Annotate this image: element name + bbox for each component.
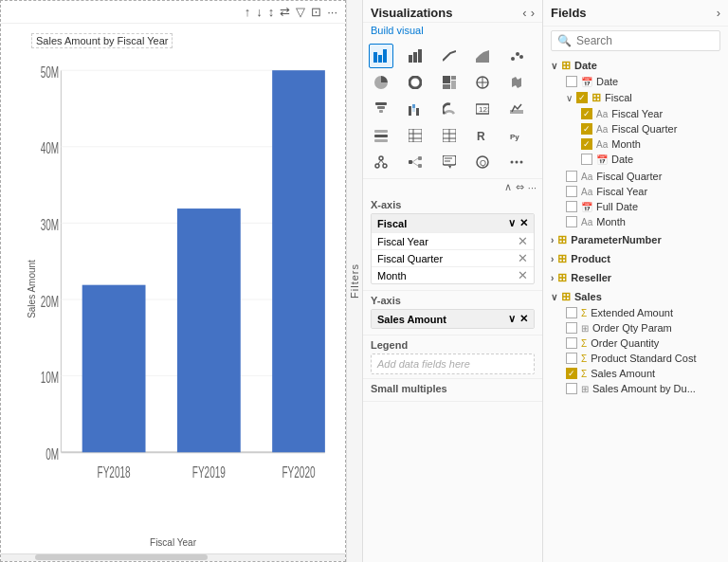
- viz-collapse-left-icon[interactable]: ‹: [522, 6, 526, 20]
- line-chart-icon[interactable]: [437, 44, 462, 68]
- field-checkbox-full-date[interactable]: [566, 201, 577, 212]
- xaxis-field-header[interactable]: Fiscal ∨ ✕: [372, 214, 534, 232]
- yaxis-clear-icon[interactable]: ✕: [519, 313, 528, 325]
- fiscal-subgroup-header[interactable]: ∨ ⊞ Fiscal: [562, 89, 724, 106]
- field-checkbox-date-sub[interactable]: [581, 154, 592, 165]
- filter-icon[interactable]: ▽: [296, 5, 305, 19]
- filled-map-icon[interactable]: [504, 70, 529, 95]
- field-checkbox-fiscal-year[interactable]: [581, 108, 592, 119]
- field-item-month[interactable]: Aa Month: [577, 136, 724, 152]
- field-item-date[interactable]: 📅 Date: [562, 74, 724, 89]
- field-checkbox-order-quantity[interactable]: [566, 337, 577, 349]
- field-item-date-sub[interactable]: 📅 Date: [577, 152, 724, 167]
- focus-mode-icon[interactable]: ⊡: [311, 5, 321, 19]
- field-item-fiscal-year-top[interactable]: Aa Fiscal Year: [562, 184, 724, 199]
- sigma-icon-sales-amount: Σ: [581, 369, 587, 379]
- chevron-up-icon[interactable]: ∧: [504, 181, 512, 193]
- field-group-parameternumber: › ⊞ ParameterNumber: [547, 231, 724, 248]
- search-icon: 🔍: [557, 34, 572, 47]
- r-visual-icon[interactable]: R: [470, 123, 495, 148]
- matrix-icon[interactable]: [437, 123, 462, 148]
- table-icon-product: ⊞: [557, 252, 567, 265]
- smart-narrative-icon[interactable]: [437, 150, 462, 174]
- field-checkbox-date[interactable]: [566, 76, 577, 87]
- area-chart-icon[interactable]: [470, 44, 495, 68]
- remove-month-icon[interactable]: ✕: [518, 269, 528, 281]
- slicer-icon[interactable]: [369, 123, 393, 148]
- svg-rect-68: [443, 155, 456, 165]
- fields-expand-icon[interactable]: ›: [717, 6, 720, 20]
- field-item-full-date[interactable]: 📅 Full Date: [562, 199, 724, 214]
- field-item-extended-amount[interactable]: Σ Extended Amount: [562, 305, 724, 320]
- field-item-month-top[interactable]: Aa Month: [562, 214, 724, 229]
- move-up-icon[interactable]: ↑: [245, 5, 251, 19]
- treemap-icon[interactable]: [437, 70, 462, 95]
- field-item-sales-amount[interactable]: Σ Sales Amount: [562, 366, 724, 381]
- field-checkbox-product-standard-cost[interactable]: [566, 353, 577, 364]
- field-group-product-header[interactable]: › ⊞ Product: [547, 250, 724, 267]
- more-visuals-icon[interactable]: [504, 150, 529, 174]
- waterfall-icon[interactable]: [403, 97, 428, 121]
- xaxis-clear-icon[interactable]: ✕: [519, 217, 528, 229]
- more-icon[interactable]: ···: [528, 182, 537, 193]
- funnel-chart-icon[interactable]: [369, 97, 393, 121]
- remove-fiscal-year-icon[interactable]: ✕: [518, 235, 528, 247]
- arrows-icon[interactable]: ⇔: [516, 181, 524, 193]
- more-options-icon[interactable]: ···: [327, 5, 337, 19]
- filters-sidebar[interactable]: Filters: [346, 0, 363, 562]
- table-viz-icon[interactable]: [403, 123, 428, 148]
- field-checkbox-fiscal-quarter[interactable]: [581, 123, 592, 135]
- field-checkbox-extended-amount[interactable]: [566, 307, 577, 318]
- field-item-order-quantity[interactable]: Σ Order Quantity: [562, 335, 724, 351]
- move-down-icon[interactable]: ↓: [256, 5, 263, 19]
- field-checkbox-month[interactable]: [581, 138, 592, 150]
- field-checkbox-month-top[interactable]: [566, 216, 577, 227]
- svg-rect-64: [418, 156, 422, 160]
- remove-fiscal-quarter-icon[interactable]: ✕: [518, 252, 528, 264]
- svg-text:R: R: [477, 130, 485, 142]
- field-checkbox-sales-amount-by-du[interactable]: [566, 383, 577, 394]
- bar-chart-icon[interactable]: [369, 44, 393, 68]
- gauge-icon[interactable]: [437, 97, 462, 121]
- scatter-chart-icon[interactable]: [504, 44, 529, 68]
- field-group-date-header[interactable]: ∨ ⊞ Date: [547, 57, 724, 74]
- field-item-sales-amount-by-du[interactable]: ⊞ Sales Amount by Du...: [562, 381, 724, 396]
- field-checkbox-fiscal-quarter-top[interactable]: [566, 171, 577, 182]
- field-checkbox-order-qty-param[interactable]: [566, 322, 577, 334]
- field-checkbox-sales-amount[interactable]: [566, 368, 577, 379]
- legend-placeholder[interactable]: Add data fields here: [371, 354, 535, 374]
- move-leftright-icon[interactable]: ⇄: [280, 5, 290, 19]
- field-group-sales-header[interactable]: ∨ ⊞ Sales: [547, 288, 724, 305]
- search-input[interactable]: [576, 34, 714, 47]
- qa-icon[interactable]: Q: [470, 150, 495, 174]
- fields-search-box[interactable]: 🔍: [551, 30, 720, 51]
- field-item-order-qty-param[interactable]: ⊞ Order Qty Param: [562, 320, 724, 335]
- field-checkbox-fiscal[interactable]: [576, 92, 588, 103]
- chart-svg: 50M 40M 30M 20M 10M 0M FY2018 FY2019 FY2…: [29, 52, 336, 525]
- card-icon[interactable]: 123: [470, 97, 495, 121]
- python-icon[interactable]: Py: [504, 123, 529, 148]
- chart-scrollbar[interactable]: [1, 553, 345, 561]
- move-updown-icon[interactable]: ↕: [268, 5, 275, 19]
- viz-expand-right-icon[interactable]: ›: [531, 6, 535, 20]
- key-influencers-icon[interactable]: [369, 150, 393, 174]
- map-icon[interactable]: [470, 70, 495, 95]
- column-chart-icon[interactable]: [403, 44, 428, 68]
- field-item-fiscal-year[interactable]: Aa Fiscal Year: [577, 106, 724, 121]
- field-item-product-standard-cost[interactable]: Σ Product Standard Cost: [562, 351, 724, 366]
- bar-fy2019: [177, 208, 241, 452]
- field-item-fiscal-quarter[interactable]: Aa Fiscal Quarter: [577, 121, 724, 136]
- kpi-icon[interactable]: [504, 97, 529, 121]
- field-group-parameternumber-header[interactable]: › ⊞ ParameterNumber: [547, 231, 724, 248]
- field-item-fiscal-quarter-top[interactable]: Aa Fiscal Quarter: [562, 169, 724, 184]
- yaxis-field-header[interactable]: Sales Amount ∨ ✕: [372, 310, 534, 328]
- xaxis-fiscal-quarter-label: Fiscal Quarter: [377, 253, 443, 264]
- chart-scroll-thumb[interactable]: [35, 554, 208, 560]
- donut-chart-icon[interactable]: [403, 70, 428, 95]
- decomp-tree-icon[interactable]: [403, 150, 428, 174]
- text-icon-fiscal-year: Aa: [596, 109, 608, 119]
- pie-chart-icon[interactable]: [369, 70, 393, 95]
- field-checkbox-fiscal-year-top[interactable]: [566, 186, 577, 197]
- field-group-sales-children: Σ Extended Amount ⊞ Order Qty Param Σ Or…: [547, 305, 724, 396]
- field-group-reseller-header[interactable]: › ⊞ Reseller: [547, 269, 724, 286]
